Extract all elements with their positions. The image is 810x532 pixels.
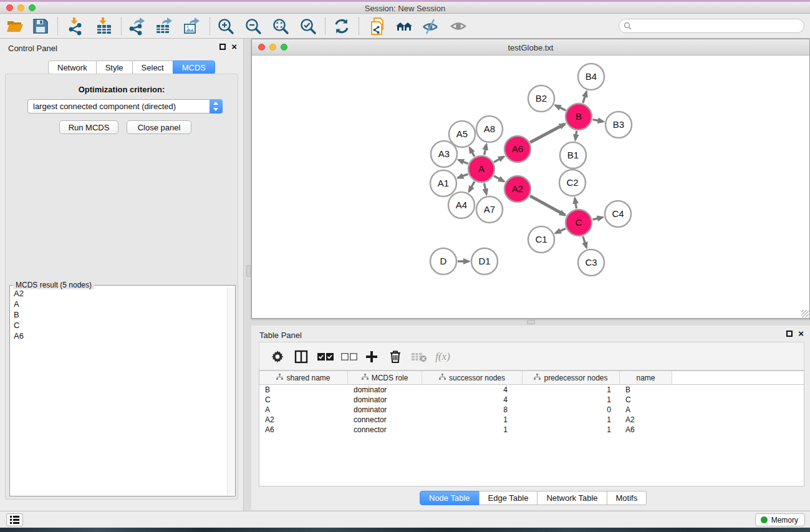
task-history-button[interactable]: [6, 513, 23, 526]
graph-node-C4[interactable]: C4: [605, 201, 631, 227]
graph-node-A2[interactable]: A2: [504, 176, 531, 202]
float-panel-icon[interactable]: [219, 44, 226, 50]
close-table-panel-icon[interactable]: ×: [798, 330, 804, 337]
edge-B-B3[interactable]: [593, 120, 604, 122]
zoom-selected-icon[interactable]: [298, 16, 318, 36]
table-row[interactable]: Adominator80A: [259, 405, 804, 415]
tab-network[interactable]: Network: [48, 60, 97, 74]
vertical-splitter-handle[interactable]: [246, 265, 251, 277]
import-table-icon[interactable]: [94, 16, 114, 36]
select-all-icon[interactable]: [316, 348, 335, 365]
edge-A-A3[interactable]: [458, 160, 468, 163]
run-mcds-button[interactable]: Run MCDS: [59, 120, 118, 134]
graph-node-C[interactable]: C: [566, 210, 592, 236]
graph-node-C1[interactable]: C1: [528, 226, 554, 253]
open-session-icon[interactable]: [5, 16, 25, 36]
graph-node-A5[interactable]: A5: [449, 121, 475, 147]
graph-node-B4[interactable]: B4: [578, 64, 604, 90]
function-icon[interactable]: f(x): [433, 348, 452, 365]
deselect-all-icon[interactable]: [340, 348, 359, 365]
edge-C-C1[interactable]: [556, 228, 566, 233]
import-network-icon[interactable]: [65, 16, 85, 36]
new-session-icon[interactable]: [368, 16, 388, 36]
column-header-MCDS-role[interactable]: MCDS role: [348, 371, 422, 384]
cybrowser-icon[interactable]: [394, 16, 414, 36]
edge-A-A1[interactable]: [458, 174, 468, 178]
memory-button[interactable]: Memory: [755, 513, 805, 526]
graph-node-B[interactable]: B: [566, 104, 592, 130]
edge-A-A4[interactable]: [469, 181, 475, 191]
graph-node-B2[interactable]: B2: [528, 85, 554, 112]
edge-A-A8[interactable]: [485, 144, 486, 155]
gear-icon[interactable]: [268, 348, 287, 365]
table-row[interactable]: A6connector11A6: [259, 425, 804, 435]
edge-A-A7[interactable]: [485, 183, 487, 195]
result-item[interactable]: C: [10, 320, 226, 331]
resize-grip[interactable]: [801, 310, 809, 317]
zoom-fit-icon[interactable]: [271, 16, 291, 36]
edge-C-C4[interactable]: [592, 217, 602, 220]
show-details-icon[interactable]: [448, 16, 468, 36]
tab-motifs[interactable]: Motifs: [607, 491, 647, 505]
column-header-name[interactable]: name: [620, 371, 672, 384]
graph-node-A3[interactable]: A3: [431, 141, 457, 167]
split-columns-icon[interactable]: [292, 348, 311, 365]
horizontal-splitter-handle[interactable]: [527, 320, 535, 324]
save-session-icon[interactable]: [31, 16, 51, 36]
graph-node-B1[interactable]: B1: [560, 142, 586, 168]
delete-table-icon[interactable]: [410, 348, 428, 365]
table-row[interactable]: A2connector11A2: [259, 415, 804, 425]
tab-select[interactable]: Select: [132, 60, 173, 74]
delete-column-icon[interactable]: [386, 348, 405, 365]
graph-node-D[interactable]: D: [430, 248, 456, 274]
graph-node-A7[interactable]: A7: [476, 196, 503, 223]
graph-node-C2[interactable]: C2: [559, 170, 586, 196]
result-item[interactable]: A6: [10, 331, 226, 341]
result-item[interactable]: A2: [10, 288, 226, 299]
table-row[interactable]: Bdominator41B: [259, 385, 804, 395]
graph-node-A1[interactable]: A1: [430, 170, 456, 196]
column-header-successor-nodes[interactable]: successor nodes: [422, 371, 523, 384]
table-row[interactable]: Cdominator41C: [259, 395, 804, 405]
edge-B-B4[interactable]: [583, 92, 587, 103]
graph-node-A4[interactable]: A4: [448, 192, 475, 218]
tab-node-table[interactable]: Node Table: [420, 491, 480, 505]
edge-A-A2[interactable]: [494, 176, 504, 181]
graph-node-A[interactable]: A: [468, 156, 494, 182]
tab-network-table[interactable]: Network Table: [537, 491, 607, 505]
network-canvas[interactable]: B4B2BB3A5A8A6A3AB1A1A2C2A4A7C4CC1DD1C3: [252, 56, 809, 318]
hide-details-icon[interactable]: [420, 16, 440, 36]
close-panel-icon[interactable]: ×: [231, 43, 237, 51]
add-column-icon[interactable]: [362, 348, 381, 365]
tab-edge-table[interactable]: Edge Table: [479, 491, 538, 505]
edge-B-B1[interactable]: [576, 131, 577, 140]
search-input[interactable]: [634, 22, 804, 31]
export-table-icon[interactable]: [154, 16, 174, 36]
graph-node-A6[interactable]: A6: [504, 136, 531, 162]
edge-C-C3[interactable]: [583, 236, 587, 248]
edge-A6-B[interactable]: [530, 124, 565, 143]
refresh-icon[interactable]: [332, 16, 352, 36]
search-field[interactable]: [619, 19, 804, 33]
result-scrollbar[interactable]: [227, 288, 235, 495]
zoom-in-icon[interactable]: [216, 16, 236, 36]
column-header-predecessor-nodes[interactable]: predecessor nodes: [523, 371, 620, 384]
float-table-panel-icon[interactable]: [786, 331, 793, 337]
graph-node-A8[interactable]: A8: [476, 116, 503, 142]
result-item[interactable]: A: [10, 299, 226, 309]
column-header-shared-name[interactable]: shared name: [259, 371, 348, 384]
close-panel-button[interactable]: Close panel: [127, 120, 191, 134]
tab-mcds[interactable]: MCDS: [173, 60, 215, 74]
export-network-icon[interactable]: [127, 16, 147, 36]
edge-B-B2[interactable]: [556, 105, 566, 110]
edge-A-A5[interactable]: [470, 148, 475, 157]
edge-C-C2[interactable]: [575, 198, 577, 209]
edge-A-A6[interactable]: [494, 157, 504, 162]
edge-A2-C[interactable]: [530, 196, 565, 215]
graph-node-D1[interactable]: D1: [471, 248, 498, 274]
zoom-out-icon[interactable]: [243, 16, 263, 36]
optimization-criterion-select[interactable]: largest connected component (directed): [27, 99, 223, 114]
result-item[interactable]: B: [10, 309, 226, 320]
tab-style[interactable]: Style: [96, 60, 133, 74]
graph-node-B3[interactable]: B3: [605, 112, 632, 138]
